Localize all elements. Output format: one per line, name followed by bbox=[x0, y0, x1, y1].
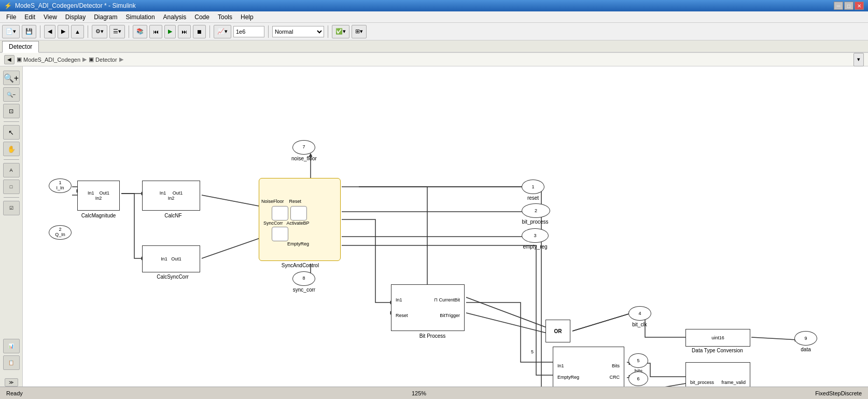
diagram-canvas[interactable]: 1I_In 2Q_In In1 Out1 In2 CalcMagnitude I… bbox=[23, 66, 868, 387]
step-back-button[interactable]: ⏮ bbox=[149, 25, 162, 38]
menu-code[interactable]: Code bbox=[190, 12, 214, 22]
add-library-button[interactable]: 📚 bbox=[133, 25, 147, 38]
scope-button[interactable]: 📈▾ bbox=[214, 25, 231, 38]
block-icon: ▣ bbox=[17, 56, 22, 63]
subsystem-icon: ▣ bbox=[89, 56, 94, 63]
block-syncandcontrol[interactable]: NoiseFloor Reset SyncCorr ActivateBP Emp… bbox=[259, 178, 341, 261]
titlebar-controls[interactable]: ─ □ ✕ bbox=[834, 2, 864, 10]
check-model-button[interactable]: ✅▾ bbox=[332, 25, 349, 38]
menu-view[interactable]: View bbox=[39, 12, 61, 22]
toolbar-sep-5 bbox=[268, 25, 269, 38]
breadcrumb-sep-2: ▶ bbox=[119, 56, 123, 63]
port-sync-corr[interactable]: 8 bbox=[292, 271, 315, 286]
stop-button[interactable]: ⏹ bbox=[193, 25, 206, 38]
inner-block-1 bbox=[272, 206, 288, 221]
zoom-in-button[interactable]: 🔍+ bbox=[3, 71, 20, 85]
display-settings-button[interactable]: ☰▾ bbox=[109, 25, 125, 38]
label-reset: reset bbox=[522, 195, 544, 201]
port-bit-process[interactable]: 2 bbox=[522, 203, 550, 218]
tab-detector[interactable]: Detector bbox=[2, 41, 39, 53]
menu-analysis[interactable]: Analysis bbox=[159, 12, 191, 22]
stop-time-input[interactable] bbox=[233, 26, 264, 37]
select-tool[interactable]: ↖ bbox=[3, 125, 20, 140]
expand-left[interactable]: ≫ bbox=[5, 378, 18, 387]
port-data[interactable]: 9 bbox=[794, 331, 817, 346]
forward-button[interactable]: ▶ bbox=[58, 25, 69, 38]
port-noise-floor[interactable]: 7 bbox=[292, 140, 315, 155]
port-i-in[interactable]: 1I_In bbox=[49, 178, 72, 193]
breadcrumb-expand[interactable]: ▾ bbox=[853, 53, 864, 66]
port-empty-reg[interactable]: 3 bbox=[522, 228, 549, 243]
menu-edit[interactable]: Edit bbox=[20, 12, 39, 22]
back-button[interactable]: ◀ bbox=[44, 25, 55, 38]
minimize-button[interactable]: ─ bbox=[834, 2, 843, 10]
breadcrumb-root[interactable]: ▣ ModeS_ADI_Codegen bbox=[17, 56, 80, 63]
block-calcsynccorr[interactable]: In1 Out1 bbox=[142, 245, 200, 272]
main-area: 🔍+ 🔍− ⊡ ↖ ✋ A □ ☑ 📊 📋 ≫ bbox=[0, 66, 868, 387]
left-panel-sep-3 bbox=[4, 197, 19, 198]
port-reset[interactable]: 1 bbox=[522, 180, 544, 194]
run-button[interactable]: ▶ bbox=[164, 25, 176, 38]
menu-simulation[interactable]: Simulation bbox=[122, 12, 159, 22]
bottom-btn-2[interactable]: 📋 bbox=[3, 355, 20, 370]
grid-button[interactable]: ⊞▾ bbox=[352, 25, 367, 38]
label-data: data bbox=[793, 347, 818, 352]
titlebar: ⚡ ModeS_ADI_Codegen/Detector * - Simulin… bbox=[0, 0, 868, 11]
menu-help[interactable]: Help bbox=[236, 12, 258, 22]
menu-display[interactable]: Display bbox=[61, 12, 90, 22]
label-empty-reg: empty_reg bbox=[520, 244, 551, 250]
model-settings-button[interactable]: ⚙▾ bbox=[92, 25, 107, 38]
block-datatypeconversion[interactable]: uint16 bbox=[685, 329, 750, 347]
breadcrumb-detector[interactable]: ▣ Detector bbox=[89, 56, 117, 63]
sample-time: FixedStepDiscrete bbox=[815, 390, 862, 396]
breadcrumb-detector-label[interactable]: Detector bbox=[95, 57, 117, 63]
annotation-tool[interactable]: A bbox=[3, 163, 20, 177]
block-calccrc[interactable]: In1 Bits EmptyReg CRC Reset Valid bbox=[553, 347, 624, 387]
bottom-btn-1[interactable]: 📊 bbox=[3, 339, 20, 353]
svg-line-4 bbox=[202, 238, 261, 258]
area-tool[interactable]: □ bbox=[3, 180, 20, 194]
maximize-button[interactable]: □ bbox=[844, 2, 853, 10]
inner-block-3 bbox=[272, 227, 288, 241]
pan-tool[interactable]: ✋ bbox=[3, 142, 20, 156]
step-button[interactable]: ⏭ bbox=[178, 25, 191, 38]
close-button[interactable]: ✕ bbox=[855, 2, 864, 10]
new-button[interactable]: 📄▾ bbox=[2, 25, 20, 38]
label-bitprocess: Bit Process bbox=[412, 333, 453, 339]
svg-line-8 bbox=[466, 297, 549, 328]
signal-logging[interactable]: ☑ bbox=[3, 201, 20, 215]
wire-label-5: 5 bbox=[531, 349, 534, 354]
save-button[interactable]: 💾 bbox=[22, 25, 36, 38]
zoom-level: 125% bbox=[412, 390, 426, 396]
port-crc[interactable]: 6 bbox=[628, 372, 648, 386]
block-framedetect[interactable]: bit_process frame_valid crc_valid bbox=[685, 362, 750, 387]
left-panel-sep-2 bbox=[4, 159, 19, 160]
toolbar-sep-4 bbox=[209, 25, 210, 38]
simulink-icon: ⚡ bbox=[4, 2, 12, 9]
menu-file[interactable]: File bbox=[2, 12, 20, 22]
toolbar: 📄▾ 💾 ◀ ▶ ▲ ⚙▾ ☰▾ 📚 ⏮ ▶ ⏭ ⏹ 📈▾ Normal Acc… bbox=[0, 23, 868, 40]
breadcrumb-model[interactable]: ModeS_ADI_Codegen bbox=[23, 57, 80, 63]
sim-mode-select[interactable]: Normal Accelerator Rapid Accelerator bbox=[272, 26, 324, 37]
block-or[interactable]: OR bbox=[545, 320, 570, 342]
titlebar-text: ModeS_ADI_Codegen/Detector * - Simulink bbox=[15, 2, 136, 9]
menu-diagram[interactable]: Diagram bbox=[90, 12, 121, 22]
block-calcmagnitude[interactable]: In1 Out1 In2 bbox=[77, 181, 120, 211]
svg-line-3 bbox=[202, 195, 261, 207]
titlebar-title: ⚡ ModeS_ADI_Codegen/Detector * - Simulin… bbox=[4, 2, 136, 9]
port-q-in[interactable]: 2Q_In bbox=[49, 225, 72, 240]
breadcrumb-collapse-btn[interactable]: ◀ bbox=[4, 55, 15, 64]
block-bitprocess[interactable]: In1 ⊓ CurrentBit Reset BitTrigger bbox=[391, 284, 465, 331]
port-bit-clk[interactable]: 4 bbox=[628, 306, 651, 321]
label-noise-floor: noise_floor bbox=[287, 156, 321, 161]
fit-view-button[interactable]: ⊡ bbox=[3, 104, 20, 118]
port-bits[interactable]: 5 bbox=[628, 353, 648, 368]
label-calcnf: CalcNF bbox=[158, 213, 189, 218]
block-calcnf[interactable]: In1 Out1 In2 bbox=[142, 181, 200, 211]
up-button[interactable]: ▲ bbox=[71, 25, 84, 38]
label-sync-corr: sync_corr bbox=[287, 287, 321, 293]
inner-block-2 bbox=[290, 206, 307, 221]
toolbar-sep-1 bbox=[40, 25, 40, 38]
menu-tools[interactable]: Tools bbox=[214, 12, 236, 22]
zoom-out-button[interactable]: 🔍− bbox=[3, 87, 20, 102]
